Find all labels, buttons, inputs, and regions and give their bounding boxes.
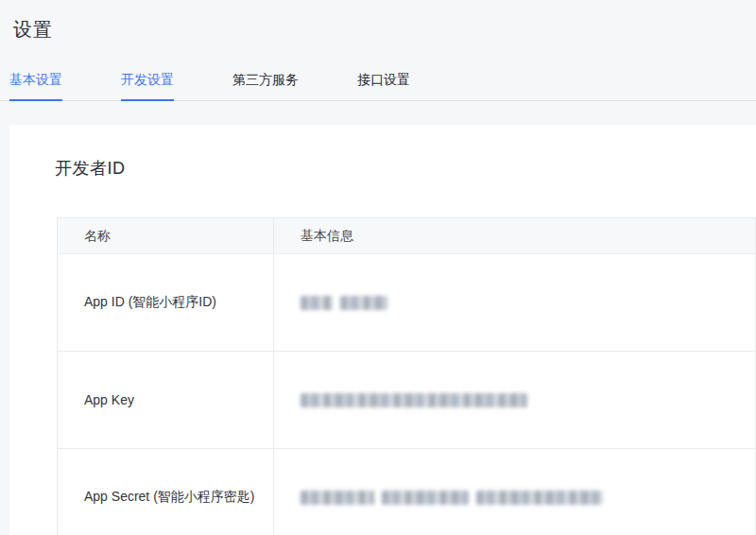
settings-tabbar: 基本设置 开发设置 第三方服务 接口设置 — [0, 72, 756, 101]
app-key-value-cell — [274, 352, 756, 449]
app-id-label: App ID (智能小程序ID) — [58, 254, 274, 352]
table-row-app-id: App ID (智能小程序ID) — [58, 254, 756, 352]
table-row-app-secret: App Secret (智能小程序密匙) — [58, 449, 756, 535]
column-header-basic-info: 基本信息 — [274, 218, 756, 254]
tab-dev-settings[interactable]: 开发设置 — [121, 72, 174, 101]
section-title-developer-id: 开发者ID — [9, 125, 756, 180]
developer-id-table: 名称 基本信息 App ID (智能小程序ID) App Key App Sec… — [57, 217, 756, 535]
app-secret-value-masked — [476, 491, 603, 505]
table-header-row: 名称 基本信息 — [58, 218, 756, 254]
app-secret-value-masked — [301, 491, 374, 505]
app-id-value-masked — [301, 296, 333, 310]
app-secret-value-masked — [382, 491, 469, 505]
tab-third-party-services[interactable]: 第三方服务 — [232, 72, 299, 101]
app-key-label: App Key — [58, 352, 274, 449]
table-row-app-key: App Key — [58, 352, 756, 449]
app-secret-value-cell — [274, 449, 756, 535]
tab-basic-settings[interactable]: 基本设置 — [9, 72, 62, 101]
developer-id-card: 开发者ID 名称 基本信息 App ID (智能小程序ID) App Key — [9, 125, 756, 535]
column-header-name: 名称 — [58, 218, 274, 254]
tab-api-settings[interactable]: 接口设置 — [357, 72, 410, 101]
app-secret-label: App Secret (智能小程序密匙) — [58, 449, 274, 535]
app-id-value-cell — [274, 254, 756, 352]
app-id-value-masked — [340, 296, 387, 310]
app-key-value-masked — [301, 393, 527, 407]
page-title: 设置 — [13, 17, 756, 43]
